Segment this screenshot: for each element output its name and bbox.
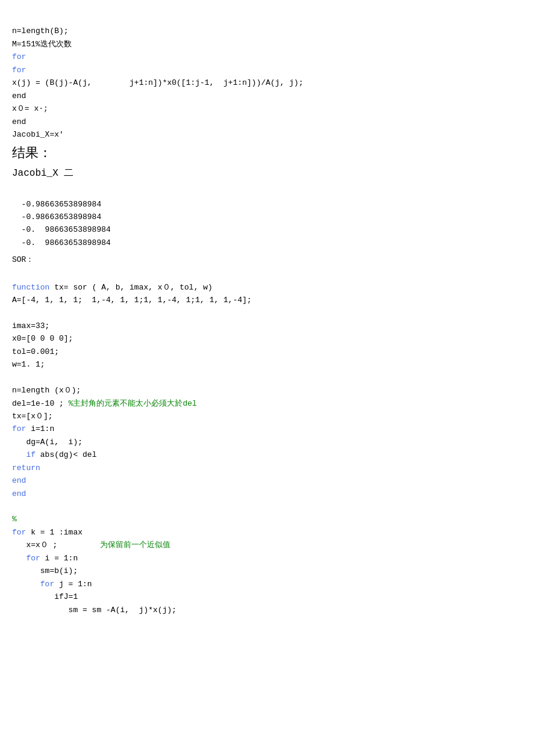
for2-keyword: for	[12, 66, 26, 75]
function-keyword: function	[12, 283, 49, 292]
val1: -0.98663653898984	[12, 200, 101, 209]
if-line: if abs(dg)< del	[12, 450, 96, 459]
percent-line: %	[12, 515, 17, 524]
return-keyword: return	[12, 463, 40, 472]
jacobi-label-container: Jacobi_X 二	[12, 166, 542, 182]
a-matrix: A=[-4, 1, 1, 1; 1,-4, 1, 1;1, 1,-4, 1;1,…	[12, 296, 252, 305]
x0-assign: x０= x·;	[12, 104, 48, 113]
jacobi-x: Jacobi_X=x'	[12, 130, 64, 139]
end3-keyword: end	[12, 476, 26, 485]
end1: end	[12, 91, 26, 101]
w-line: w=1. 1;	[12, 360, 45, 369]
sor-label: SOR：	[12, 255, 34, 264]
sm-line: sm=b(i);	[12, 566, 78, 575]
for3-range: i=1:n	[26, 424, 54, 433]
imax-line: imax=33;	[12, 321, 49, 330]
del-line: del=1e-10 ; %主封角的元素不能太小必须大於del	[12, 399, 197, 408]
result-heading: 结果：	[12, 146, 52, 161]
jacobi-label: Jacobi_X 二	[12, 168, 73, 179]
result-values: -0.98663653898984 -0.98663653898984 -0. …	[12, 185, 542, 249]
x-assign-line: x=x０ ; 为保留前一个近似值	[12, 541, 170, 550]
for2-range-space	[26, 66, 554, 75]
val4: -0. 98663653898984	[12, 238, 111, 247]
x-assign-comment: 为保留前一个近似值	[100, 541, 170, 550]
x0-line: x0=[0 0 0 0];	[12, 334, 73, 343]
val2: -0.98663653898984	[12, 212, 101, 222]
tx-line: tx=[x０];	[12, 412, 53, 421]
for6-line: for j = 1:n	[12, 580, 92, 589]
for5-keyword: for	[26, 554, 40, 563]
dg-line: dg=A(i, i);	[12, 438, 82, 447]
x-calc: x(j) = (B(j)-A(j, j+1:n])*x0([1:j-1, j+1…	[12, 78, 303, 87]
for5-line: for i = 1:n	[12, 554, 78, 563]
sor-label-container: SOR：	[12, 254, 542, 267]
for6-keyword: for	[40, 580, 54, 589]
for1-range-space	[26, 52, 554, 61]
line-m: M=151%迭代次数	[12, 40, 72, 49]
ifJ-line: ifJ=1	[12, 592, 78, 601]
result-heading-container: 结果：	[12, 143, 542, 164]
end2: end	[12, 117, 26, 126]
func-sig: tx= sor ( A, b, imax, x０, tol, w)	[49, 283, 212, 292]
val3: -0. 98663653898984	[12, 225, 111, 234]
code-content: n=length(B); M=151%迭代次数 for	[12, 12, 542, 141]
for4-keyword: for	[12, 528, 26, 537]
n-length-line: n=length (x０);	[12, 386, 81, 395]
for1-keyword: for	[12, 52, 26, 61]
del-comment: %主封角的元素不能太小必须大於del	[69, 399, 197, 408]
for3-keyword: for	[12, 424, 26, 433]
if-keyword: if	[26, 450, 36, 459]
tol-line: tol=0.001;	[12, 347, 59, 356]
end4-keyword: end	[12, 489, 26, 498]
line-n: n=length(B);	[12, 26, 69, 36]
sor-code: function tx= sor ( A, b, imax, x０, tol, …	[12, 268, 542, 616]
sm2-line: sm = sm -A(i, j)*x(j);	[12, 606, 176, 615]
for4-range: k = 1 :imax	[26, 528, 82, 537]
